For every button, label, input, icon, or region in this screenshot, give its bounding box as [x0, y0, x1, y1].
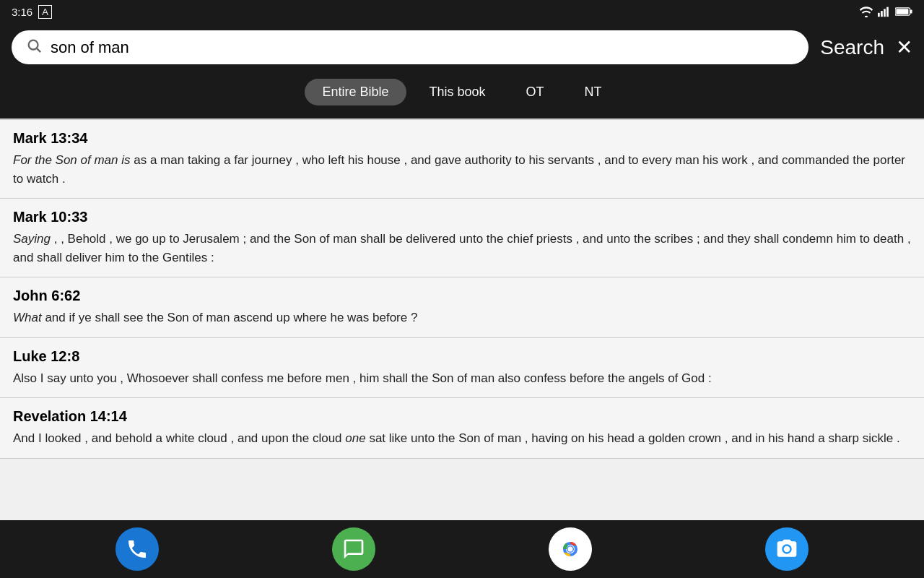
- result-reference: Luke 12:8: [13, 348, 911, 365]
- result-revelation-14-14[interactable]: Revelation 14:14 And I looked , and beho…: [0, 398, 924, 459]
- result-text: And I looked , and behold a white cloud …: [13, 429, 911, 448]
- result-reference: John 6:62: [13, 288, 911, 304]
- svg-rect-5: [910, 9, 912, 13]
- result-reference: Revelation 14:14: [13, 408, 911, 425]
- result-text: What and if ye shall see the Son of man …: [13, 309, 911, 327]
- result-text: Also I say unto you , Whosoever shall co…: [13, 369, 911, 388]
- search-icon: [26, 38, 42, 57]
- nav-messages-button[interactable]: [332, 527, 375, 571]
- keyboard-icon: A: [38, 5, 52, 19]
- svg-point-7: [29, 40, 38, 50]
- search-query[interactable]: son of man: [51, 38, 794, 57]
- battery-icon: [895, 7, 912, 17]
- wifi-icon: [859, 6, 873, 17]
- tab-ot[interactable]: OT: [509, 79, 562, 105]
- search-bar[interactable]: son of man: [12, 30, 808, 64]
- status-bar-right: [859, 6, 912, 17]
- svg-rect-3: [886, 7, 889, 17]
- nav-camera-button[interactable]: [765, 527, 808, 571]
- result-reference: Mark 13:34: [13, 130, 911, 147]
- time-display: 3:16: [12, 6, 32, 18]
- svg-rect-6: [896, 9, 908, 14]
- result-reference: Mark 10:33: [13, 209, 911, 225]
- svg-rect-0: [878, 13, 880, 17]
- result-text: For the Son of man is as a man taking a …: [13, 151, 911, 188]
- svg-line-8: [37, 48, 40, 52]
- nav-chrome-button[interactable]: [549, 527, 592, 571]
- status-bar-left: 3:16 A: [12, 5, 52, 19]
- svg-rect-2: [884, 9, 886, 17]
- nav-phone-button[interactable]: [116, 527, 159, 571]
- results-area: Mark 13:34 For the Son of man is as a ma…: [0, 118, 924, 520]
- status-bar: 3:16 A: [0, 0, 924, 23]
- filter-bar: Entire Bible This book OT NT: [0, 72, 924, 118]
- svg-point-13: [568, 547, 573, 552]
- search-button[interactable]: Search: [820, 36, 884, 59]
- close-button[interactable]: ✕: [896, 38, 912, 58]
- tab-entire-bible[interactable]: Entire Bible: [305, 79, 406, 105]
- result-mark-13-34[interactable]: Mark 13:34 For the Son of man is as a ma…: [0, 120, 924, 199]
- signal-icon: [878, 6, 891, 17]
- result-luke-12-8[interactable]: Luke 12:8 Also I say unto you , Whosoeve…: [0, 338, 924, 399]
- top-bar: son of man Search ✕: [0, 23, 924, 72]
- result-text: Saying , , Behold , we go up to Jerusale…: [13, 230, 911, 267]
- tab-this-book[interactable]: This book: [412, 79, 503, 105]
- result-mark-10-33[interactable]: Mark 10:33 Saying , , Behold , we go up …: [0, 199, 924, 277]
- bottom-nav: [0, 520, 924, 578]
- svg-rect-1: [881, 11, 883, 17]
- result-john-6-62[interactable]: John 6:62 What and if ye shall see the S…: [0, 277, 924, 338]
- tab-nt[interactable]: NT: [567, 79, 619, 105]
